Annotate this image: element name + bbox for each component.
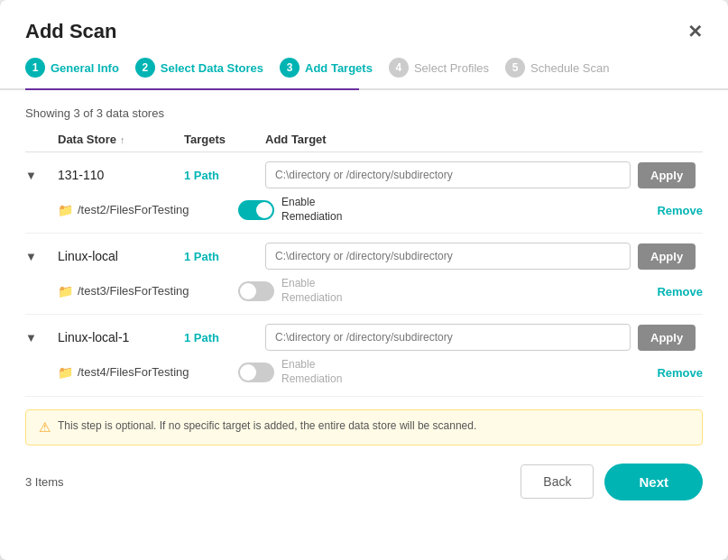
step-add-targets[interactable]: 3Add Targets — [280, 58, 373, 88]
close-button[interactable]: ✕ — [687, 21, 703, 42]
remove-wrapper-1: Remove — [648, 283, 703, 299]
step-select-profiles[interactable]: 4Select Profiles — [389, 58, 489, 88]
row-chevron-0[interactable]: ▼ — [25, 169, 58, 182]
path-link-1[interactable]: 1 Path — [184, 250, 265, 263]
toggle-area-1: Enable Remediation — [238, 277, 648, 305]
col-targets: Targets — [184, 133, 265, 146]
table-row: ▼ Linux-local 1 Path Apply 📁 /test3/File… — [25, 234, 703, 315]
step-circle-4: 4 — [389, 58, 409, 78]
table-rows: ▼ 131-110 1 Path Apply 📁 /test2/FilesFor… — [25, 152, 703, 397]
step-label-3: Add Targets — [305, 61, 373, 75]
row-expanded-0: 📁 /test2/FilesForTesting Enable Remediat… — [25, 194, 703, 233]
step-circle-3: 3 — [280, 58, 299, 78]
toggle-knob-0 — [256, 202, 272, 218]
folder-icon-1: 📁 — [58, 284, 73, 298]
modal-title: Add Scan — [25, 20, 116, 43]
apply-button-1[interactable]: Apply — [638, 243, 696, 270]
apply-button-2[interactable]: Apply — [638, 325, 696, 351]
stepper: 1General Info2Select Data Stores3Add Tar… — [0, 43, 728, 90]
apply-btn-wrapper-0: Apply — [631, 162, 703, 188]
path-input-wrapper-1 — [265, 243, 631, 270]
apply-button-0[interactable]: Apply — [638, 162, 696, 188]
toggle-0[interactable] — [238, 200, 274, 220]
toggle-slider-0 — [238, 200, 274, 220]
modal-footer: 3 Items Back Next — [0, 454, 728, 520]
step-label-2: Select Data Stores — [161, 61, 263, 75]
modal-header: Add Scan ✕ — [0, 0, 728, 43]
toggle-slider-1 — [238, 281, 274, 301]
toggle-label-0: Enable Remediation — [281, 196, 345, 224]
toggle-slider-2 — [238, 363, 274, 382]
table-row: ▼ Linux-local-1 1 Path Apply 📁 /test4/Fi… — [25, 315, 703, 396]
apply-btn-wrapper-2: Apply — [631, 325, 703, 351]
path-input-wrapper-0 — [265, 161, 631, 188]
row-main-2: ▼ Linux-local-1 1 Path Apply — [25, 315, 703, 356]
row-chevron-1[interactable]: ▼ — [25, 250, 58, 263]
path-input-wrapper-2 — [265, 324, 631, 351]
warning-icon: ⚠ — [39, 419, 51, 436]
back-button[interactable]: Back — [521, 464, 594, 499]
ds-name-1: Linux-local — [58, 249, 184, 263]
toggle-knob-2 — [240, 364, 256, 381]
path-input-1[interactable] — [265, 243, 631, 270]
row-expanded-1: 📁 /test3/FilesForTesting Enable Remediat… — [25, 275, 703, 314]
row-main-0: ▼ 131-110 1 Path Apply — [25, 152, 703, 194]
step-select-data-stores[interactable]: 2Select Data Stores — [135, 58, 263, 88]
step-circle-2: 2 — [135, 58, 155, 78]
showing-text: Showing 3 of 3 data stores — [25, 106, 703, 120]
step-schedule-scan[interactable]: 5Schedule Scan — [505, 58, 609, 88]
step-label-4: Select Profiles — [414, 61, 489, 75]
items-count: 3 Items — [25, 475, 64, 489]
path-link-2[interactable]: 1 Path — [184, 331, 265, 344]
notice-text: This step is optional. If no specific ta… — [58, 419, 476, 432]
apply-btn-wrapper-1: Apply — [631, 243, 703, 270]
remove-link-1[interactable]: Remove — [657, 285, 703, 298]
folder-icon-2: 📁 — [58, 365, 73, 380]
col-datastore: Data Store ↑ — [58, 133, 184, 146]
table-row: ▼ 131-110 1 Path Apply 📁 /test2/FilesFor… — [25, 152, 703, 234]
file-path-0: 📁 /test2/FilesForTesting — [58, 203, 238, 217]
path-input-2[interactable] — [265, 324, 631, 351]
notice-row: ⚠ This step is optional. If no specific … — [25, 409, 703, 445]
toggle-label-2: Enable Remediation — [281, 358, 345, 386]
step-circle-5: 5 — [505, 58, 525, 78]
step-label-5: Schedule Scan — [530, 61, 609, 75]
toggle-area-0: Enable Remediation — [238, 196, 648, 224]
folder-icon-0: 📁 — [58, 203, 73, 217]
add-scan-modal: Add Scan ✕ 1General Info2Select Data Sto… — [0, 0, 728, 560]
remove-link-0[interactable]: Remove — [657, 204, 703, 217]
next-button[interactable]: Next — [604, 464, 703, 500]
remove-wrapper-0: Remove — [648, 202, 703, 218]
path-link-0[interactable]: 1 Path — [184, 169, 265, 182]
modal-body: Showing 3 of 3 data stores Data Store ↑ … — [0, 90, 728, 454]
step-label-1: General Info — [51, 61, 119, 75]
toggle-1[interactable] — [238, 281, 274, 301]
remove-wrapper-2: Remove — [648, 364, 703, 381]
toggle-knob-1 — [240, 283, 256, 299]
table-header: Data Store ↑ Targets Add Target — [25, 133, 703, 152]
ds-name-2: Linux-local-1 — [58, 330, 184, 344]
row-expanded-2: 📁 /test4/FilesForTesting Enable Remediat… — [25, 356, 703, 395]
toggle-area-2: Enable Remediation — [238, 358, 648, 386]
remove-link-2[interactable]: Remove — [657, 366, 703, 380]
sort-arrow-icon: ↑ — [120, 134, 125, 145]
file-path-1: 📁 /test3/FilesForTesting — [58, 284, 238, 298]
col-add-target: Add Target — [265, 133, 631, 146]
toggle-2[interactable] — [238, 363, 274, 382]
ds-name-0: 131-110 — [58, 168, 184, 182]
step-general-info[interactable]: 1General Info — [25, 58, 119, 88]
toggle-label-1: Enable Remediation — [281, 277, 345, 305]
file-path-2: 📁 /test4/FilesForTesting — [58, 365, 238, 380]
row-main-1: ▼ Linux-local 1 Path Apply — [25, 234, 703, 275]
step-circle-1: 1 — [25, 58, 45, 78]
row-chevron-2[interactable]: ▼ — [25, 331, 58, 344]
path-input-0[interactable] — [265, 161, 631, 188]
